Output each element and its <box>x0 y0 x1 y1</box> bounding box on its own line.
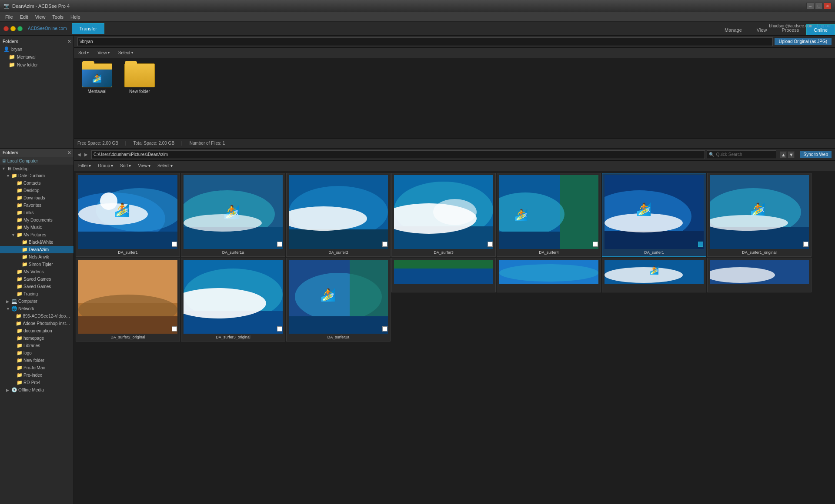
tree-proindex[interactable]: 📁 Pro-index <box>0 371 73 379</box>
tree-deanazim[interactable]: 📁 DeanAzim <box>0 246 73 253</box>
nav-dot-green[interactable] <box>17 26 23 31</box>
transfer-total-space: Total Space: 2.00 GB <box>134 141 175 146</box>
sidebar-top-close[interactable]: ✕ <box>67 39 71 44</box>
acdseeonline-link[interactable]: ACDSeeOnline.com <box>24 24 70 33</box>
transfer-view-btn[interactable]: View ▾ <box>95 50 112 56</box>
transfer-sort-btn[interactable]: Sort ▾ <box>76 50 91 56</box>
sidebar-top-item-newfolder[interactable]: 📁 New folder <box>2 61 72 69</box>
thumb-da-surfer2-original[interactable]: ⬛ ▦ DA_surfer2_original <box>76 258 180 342</box>
tree-documentation[interactable]: 📁 documentation <box>0 327 73 335</box>
thumb-checkbox-r2-5[interactable] <box>382 326 387 332</box>
view-up-btn[interactable]: ▲ <box>780 151 787 158</box>
tree-adobe[interactable]: 📁 Adobe-Photoshop-installer-scr <box>0 320 73 327</box>
menu-tools[interactable]: Tools <box>49 13 67 20</box>
tree-favorites[interactable]: 📁 Favorites <box>0 202 73 209</box>
tree-computer[interactable]: ▶ 💻 Computer <box>0 298 73 305</box>
thumbnail-grid: ⬛ ▦ 🏄 <box>74 171 835 504</box>
tree-myvideos[interactable]: 📁 My Videos <box>0 268 73 275</box>
tree-proformac[interactable]: 📁 Pro-forMac <box>0 364 73 371</box>
folder-thumb-mentawai[interactable]: 🏄 Mentawai <box>77 62 117 96</box>
tree-links[interactable]: 📁 Links <box>0 209 73 216</box>
sidebar-top-item-bryan[interactable]: 👤 bryan <box>2 46 72 53</box>
searches-label: Saved Games <box>23 284 51 289</box>
tree-homepage[interactable]: 📁 homepage <box>0 335 73 342</box>
tree-offlinemedia[interactable]: ▶ 💿 Offline Media <box>0 386 73 394</box>
maximize-button[interactable]: □ <box>815 3 823 10</box>
content-select-btn[interactable]: Select ▾ <box>155 162 175 169</box>
thumb-checkbox-4[interactable] <box>593 242 598 247</box>
thumb-da-surfer2[interactable]: ⬛ ▦ DA_surfer2 <box>286 173 391 257</box>
account-info: bhudson@acdsee.com Log out <box>765 22 835 30</box>
thumb-checkbox-1[interactable] <box>172 242 177 247</box>
tree-desktop2[interactable]: 📁 Desktop <box>0 187 73 194</box>
thumb-checkbox-2[interactable] <box>382 242 387 247</box>
thumb-da-surfer3a[interactable]: ⬛ ▦ 🏄 DA_surfer3a <box>286 258 391 342</box>
logout-link[interactable]: Log out <box>817 23 832 28</box>
thumb-da-surfer3[interactable]: ⬛ ▦ DA_surfer3 <box>391 173 496 257</box>
thumb-checkbox-r2-1[interactable] <box>698 242 703 247</box>
menu-help[interactable]: Help <box>67 13 84 20</box>
tree-searches[interactable]: 📁 Saved Games <box>0 283 73 290</box>
tree-mymusic[interactable]: 📁 My Music <box>0 224 73 231</box>
tree-mydocs[interactable]: 📁 My Documents <box>0 216 73 224</box>
tree-895acdsee[interactable]: 📁 895-ACDSee12-VideoConvert <box>0 312 73 320</box>
tree-mypictures[interactable]: ▼ 📁 My Pictures <box>0 231 73 239</box>
thumb-da-surfer1a[interactable]: ⬛ ▦ 🏄 DA_surfer1a <box>181 173 285 257</box>
thumb-da-surfer5[interactable]: ⬛ ▦ <box>391 258 496 292</box>
bottom-section: Folders ✕ 🖥 Local Computer ▼ 🖥 Desktop ▼… <box>0 149 835 504</box>
tree-contacts[interactable]: 📁 Contacts <box>0 179 73 187</box>
nav-dot-yellow[interactable] <box>10 26 16 31</box>
thumb-checkbox-r2-2[interactable] <box>803 242 808 247</box>
minimize-button[interactable]: ─ <box>806 3 814 10</box>
tree-newfolder2[interactable]: 📁 New folder <box>0 357 73 364</box>
thumb-da-surfer1-original[interactable]: ⬛ ▦ 🏄 DA_surfer1_origi <box>707 173 812 257</box>
thumb-checkbox-r2-3[interactable] <box>172 326 177 332</box>
nav-back-icon[interactable]: ◀ <box>77 152 81 157</box>
thumb-checkbox-3[interactable] <box>488 242 493 247</box>
upload-button[interactable]: Upload Original (as JPG) <box>775 38 832 45</box>
thumb-da-surfer4[interactable]: ⬛ ▦ 🏄 DA_surfer4 <box>497 173 601 257</box>
thumb-da-surfer5a[interactable]: ⬛ ▦ <box>497 258 601 292</box>
view-down-btn[interactable]: ▼ <box>788 151 795 158</box>
tree-bw[interactable]: 📁 Black&White <box>0 239 73 246</box>
thumb-da-surfer1[interactable]: ⬛ ▦ 🏄 <box>76 173 180 257</box>
nav-fwd-icon[interactable]: ▶ <box>84 152 88 157</box>
menu-file[interactable]: File <box>2 13 17 20</box>
menu-view[interactable]: View <box>32 13 49 20</box>
thumb-da-surfer3-original[interactable]: ⬛ ▦ DA_surfer3_original <box>181 258 285 342</box>
thumb-img-r3-1 <box>394 260 493 284</box>
sidebar-top-item-mentawai[interactable]: 📁 Mentawai <box>2 53 72 61</box>
thumb-checkbox-r2-4[interactable] <box>277 326 282 332</box>
content-search[interactable]: 🔍 Quick Search <box>707 150 776 159</box>
tree-tracing[interactable]: 📁 Tracing <box>0 290 73 298</box>
thumb-da-surfer1-orig[interactable]: ⬛ ▦ 🏄 DA_surfer1 <box>602 173 706 257</box>
nav-dot-red[interactable] <box>3 26 9 31</box>
thumb-da-surfer7[interactable]: ⬛ ▦ <box>707 258 812 292</box>
sidebar-bottom-close[interactable]: ✕ <box>67 150 71 155</box>
tab-manage[interactable]: Manage <box>717 24 749 35</box>
thumb-da-surfer6[interactable]: ⬛ ▦ 🏄 <box>602 258 706 292</box>
sync-to-web-button[interactable]: Sync to Web <box>800 151 832 158</box>
menu-edit[interactable]: Edit <box>17 13 32 20</box>
transfer-select-arrow: ▾ <box>131 51 133 55</box>
tree-nelsanvik[interactable]: 📁 Nels Anvik <box>0 253 73 261</box>
tree-network[interactable]: ▼ 🌐 Network <box>0 305 73 312</box>
tree-logo[interactable]: 📁 logo <box>0 349 73 357</box>
thumb-checkbox-1a[interactable] <box>277 242 282 247</box>
transfer-select-btn[interactable]: Select ▾ <box>116 50 136 56</box>
content-sort-btn[interactable]: Sort ▾ <box>117 162 134 169</box>
tree-dale[interactable]: ▼ 📁 Dale Dunham <box>0 172 73 179</box>
close-button[interactable]: ✕ <box>824 3 832 10</box>
tree-rdpro4[interactable]: 📁 RD-Pro4 <box>0 379 73 386</box>
tree-libraries[interactable]: 📁 Libraries <box>0 342 73 349</box>
tree-savedgames[interactable]: 📁 Saved Games <box>0 275 73 283</box>
tree-simontipler[interactable]: 📁 Simon Tipler <box>0 261 73 268</box>
content-view-btn[interactable]: View ▾ <box>135 162 153 169</box>
tree-downloads[interactable]: 📁 Downloads <box>0 194 73 202</box>
tab-transfer[interactable]: Transfer <box>72 23 104 34</box>
svg-text:🏄: 🏄 <box>649 265 659 275</box>
folder-thumb-newfolder[interactable]: New folder <box>120 62 159 96</box>
content-filter-btn[interactable]: Filter ▾ <box>76 162 94 169</box>
tree-desktop[interactable]: ▼ 🖥 Desktop <box>0 165 73 172</box>
content-group-btn[interactable]: Group ▾ <box>95 162 116 169</box>
